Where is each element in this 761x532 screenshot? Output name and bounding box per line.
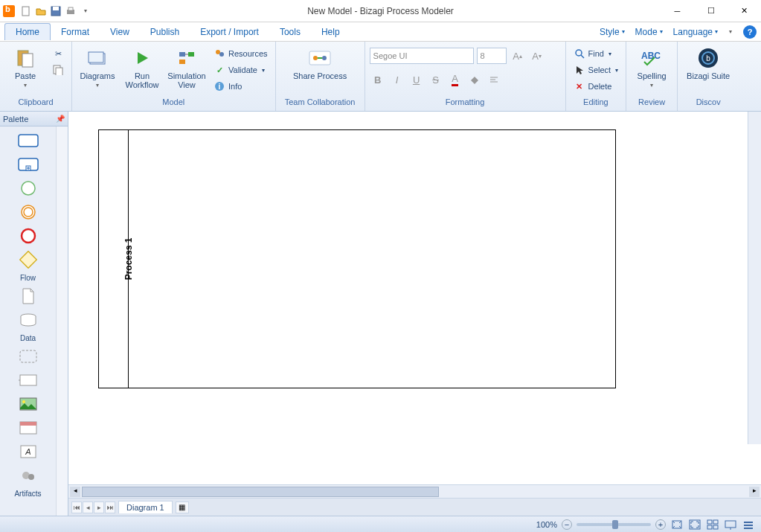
presentation-icon[interactable] — [724, 519, 737, 531]
style-dropdown[interactable]: Style — [595, 25, 629, 39]
find-button[interactable]: Find▾ — [571, 46, 622, 61]
select-button[interactable]: Select▾ — [571, 63, 622, 77]
palette-data-object[interactable] — [13, 286, 43, 306]
svg-rect-64 — [744, 525, 753, 526]
grow-font-button[interactable]: A▴ — [510, 48, 526, 64]
find-icon — [574, 48, 585, 60]
tab-publish[interactable]: Publish — [140, 24, 190, 40]
grid-icon[interactable] — [706, 519, 719, 531]
canvas-horizontal-scrollbar[interactable]: ◂ ▸ — [68, 484, 761, 498]
ribbon-tabs: Home Format View Publish Export / Import… — [0, 22, 761, 42]
svg-rect-45 — [20, 375, 36, 385]
info-icon: i — [213, 80, 225, 92]
print-icon[interactable] — [64, 4, 77, 18]
font-color-button[interactable]: A — [447, 71, 463, 88]
align-button[interactable] — [486, 71, 502, 88]
shrink-font-button[interactable]: A▾ — [529, 48, 545, 64]
diagrams-button[interactable]: Diagrams ▾ — [77, 43, 118, 92]
palette-end-event[interactable] — [13, 226, 43, 246]
spelling-button[interactable]: ABC Spelling ▾ — [631, 43, 672, 92]
mode-dropdown[interactable]: Mode — [631, 25, 667, 39]
pool[interactable]: Process 1 — [98, 129, 616, 388]
palette-data-store[interactable] — [13, 310, 43, 330]
copy-icon — [52, 64, 64, 76]
minimize-ribbon-icon[interactable]: ▾ — [724, 25, 737, 39]
zoom-out-button[interactable]: − — [562, 519, 572, 530]
zoom-in-button[interactable]: + — [655, 519, 666, 530]
palette-gears[interactable] — [13, 466, 43, 485]
qat-dropdown-icon[interactable]: ▾ — [79, 4, 92, 18]
tab-nav-prev[interactable]: ◂ — [83, 501, 93, 513]
palette-intermediate-event[interactable] — [13, 202, 43, 222]
font-size-select[interactable] — [477, 48, 507, 64]
validate-button[interactable]: ✓Validate▾ — [211, 63, 271, 77]
pin-icon[interactable]: 📌 — [56, 115, 65, 123]
tab-nav-last[interactable]: ⏭ — [105, 501, 115, 513]
cut-button[interactable]: ✂ — [49, 46, 67, 61]
bold-button[interactable]: B — [370, 71, 386, 88]
tab-home[interactable]: Home — [4, 23, 51, 40]
tab-view[interactable]: View — [100, 24, 140, 40]
content-area: Palette 📌 Flow Data A Artif — [0, 112, 761, 516]
language-dropdown[interactable]: Language — [669, 25, 722, 39]
zoom-slider[interactable] — [577, 523, 651, 526]
title-bar: ▾ New Model - Bizagi Process Modeler ─ ☐… — [0, 0, 761, 22]
close-button[interactable]: ✕ — [728, 0, 761, 22]
palette-annotation[interactable] — [13, 371, 43, 390]
fill-color-button[interactable] — [466, 71, 483, 88]
svg-point-17 — [219, 52, 224, 57]
delete-button[interactable]: ✕Delete — [571, 79, 622, 94]
svg-rect-4 — [68, 7, 73, 10]
new-diagram-tab[interactable]: ▦ — [176, 501, 189, 513]
open-icon[interactable] — [34, 4, 48, 18]
simulation-view-button[interactable]: Simulation View — [166, 43, 208, 92]
paste-button[interactable]: Paste ▾ — [4, 43, 46, 92]
help-icon[interactable]: ? — [743, 25, 757, 39]
palette-group[interactable] — [13, 347, 43, 366]
maximize-button[interactable]: ☐ — [694, 0, 728, 22]
full-screen-icon[interactable] — [688, 519, 701, 531]
tab-tools[interactable]: Tools — [269, 24, 311, 40]
palette-subprocess[interactable] — [13, 155, 43, 174]
bizagi-suite-button[interactable]: b Bizagi Suite — [682, 43, 734, 83]
svg-rect-63 — [744, 522, 753, 523]
strike-button[interactable]: S — [428, 71, 444, 88]
canvas-vertical-scrollbar[interactable] — [748, 112, 761, 444]
new-icon[interactable] — [19, 4, 33, 18]
font-select[interactable] — [370, 48, 474, 64]
share-process-button[interactable]: Share Process — [286, 43, 353, 83]
svg-point-21 — [313, 56, 318, 60]
info-button[interactable]: iInfo — [211, 79, 271, 94]
palette-start-event[interactable] — [13, 179, 43, 198]
svg-rect-10 — [89, 52, 103, 63]
svg-line-28 — [581, 55, 584, 58]
save-icon[interactable] — [49, 4, 62, 18]
status-menu-icon[interactable] — [742, 519, 755, 531]
palette-header-widget[interactable] — [13, 418, 43, 438]
svg-rect-12 — [179, 52, 185, 57]
app-icon[interactable] — [3, 5, 15, 17]
tab-export-import[interactable]: Export / Import — [190, 24, 269, 40]
tab-format[interactable]: Format — [51, 24, 100, 40]
tab-help[interactable]: Help — [311, 24, 350, 40]
bizagi-suite-icon: b — [696, 46, 720, 70]
lane-header[interactable]: Process 1 — [99, 130, 129, 388]
svg-point-16 — [216, 50, 220, 54]
italic-button[interactable]: I — [389, 71, 405, 88]
underline-button[interactable]: U — [408, 71, 425, 88]
tab-nav-first[interactable]: ⏮ — [71, 501, 82, 513]
fit-page-icon[interactable] — [670, 519, 684, 531]
run-workflow-button[interactable]: Run Workflow — [121, 43, 163, 92]
tab-nav-next[interactable]: ▸ — [94, 501, 104, 513]
canvas[interactable]: Process 1 — [68, 112, 761, 484]
copy-button[interactable] — [49, 63, 67, 77]
palette-image[interactable] — [13, 394, 43, 414]
svg-rect-0 — [22, 7, 29, 16]
palette-gateway[interactable] — [13, 250, 43, 269]
palette-task[interactable] — [13, 131, 43, 150]
minimize-button[interactable]: ─ — [661, 0, 694, 22]
palette-scrollbar[interactable] — [56, 126, 68, 516]
palette-formatted-text[interactable]: A — [13, 442, 43, 461]
resources-button[interactable]: Resources — [211, 46, 271, 61]
diagram-tab-1[interactable]: Diagram 1 — [118, 501, 173, 513]
